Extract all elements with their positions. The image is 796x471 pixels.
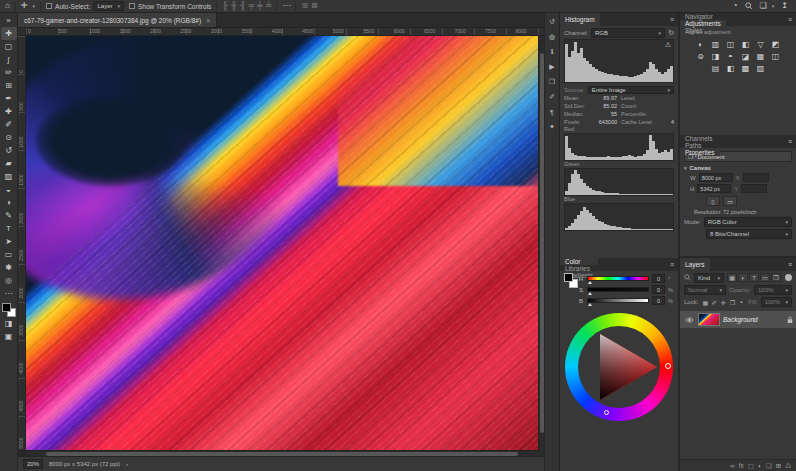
black-white-icon[interactable]: ◨ <box>708 50 723 62</box>
channel-dropdown[interactable]: RGB ▾ <box>591 28 665 38</box>
collapse-tools-icon[interactable]: » <box>1 14 17 27</box>
slider-thumb[interactable] <box>588 281 592 284</box>
zoom-level-field[interactable]: 20% <box>23 459 43 469</box>
document-tab[interactable]: c67-79-gamer-and-creator-1280307384.jpg … <box>18 13 217 27</box>
blend-mode-dropdown[interactable]: Normal ▾ <box>684 285 726 295</box>
tool-preset[interactable]: ✛ ▾ <box>21 2 35 10</box>
snap-icon[interactable]: ⊠ <box>311 2 318 10</box>
exposure-icon[interactable]: ◧ <box>738 38 753 50</box>
history-brush-tool[interactable]: ↺ <box>1 144 17 157</box>
workspace-switcher[interactable]: ❏ ▾ <box>760 2 775 10</box>
tab-channels[interactable]: Channels <box>680 135 720 142</box>
add-mask-icon[interactable]: ▢ <box>748 462 754 470</box>
triangle-selector[interactable] <box>604 410 609 415</box>
color-swatches[interactable] <box>2 303 16 317</box>
color-wheel[interactable] <box>565 313 673 421</box>
layer-effects-icon[interactable]: fx <box>739 462 744 469</box>
layer-filter-dropdown[interactable]: Kind ▾ <box>694 273 724 283</box>
gradient-tool[interactable]: ▨ <box>1 170 17 183</box>
hand-tool[interactable]: ✱ <box>1 261 17 274</box>
opacity-dropdown[interactable]: 100% ▾ <box>754 285 792 295</box>
brightness-slider[interactable] <box>587 298 649 303</box>
show-transform-checkbox[interactable] <box>129 3 135 9</box>
threshold-icon[interactable]: ◧ <box>723 62 738 74</box>
brush-tool[interactable]: ✐ <box>1 118 17 131</box>
hue-ring-selector[interactable] <box>665 363 671 369</box>
layer-thumbnail[interactable] <box>698 313 720 326</box>
portrait-orientation-button[interactable]: ▯ <box>706 196 720 206</box>
healing-brush-tool[interactable]: ✚ <box>1 105 17 118</box>
align-center-v-icon[interactable]: ╪ <box>257 2 263 10</box>
horizontal-ruler[interactable]: 0500100015002000250030003500400045005000… <box>26 28 544 36</box>
panel-menu-icon[interactable]: ≡ <box>666 13 678 26</box>
filter-pixel-layers-icon[interactable]: ▦ <box>727 273 737 282</box>
delete-layer-icon[interactable]: ♺ <box>785 462 791 470</box>
brush-settings-panel-icon[interactable]: ✐ <box>546 92 558 102</box>
tab-adjustments[interactable]: Adjustments <box>680 20 726 27</box>
status-chevron-icon[interactable]: › <box>126 461 128 467</box>
gradient-map-icon[interactable]: ▩ <box>738 62 753 74</box>
landscape-orientation-button[interactable]: ▭ <box>723 196 737 206</box>
fill-dropdown[interactable]: 100% ▾ <box>761 297 792 307</box>
quick-selection-tool[interactable]: ✏ <box>1 66 17 79</box>
lock-all-icon[interactable]: ▪ <box>737 299 745 306</box>
posterize-icon[interactable]: ▤ <box>708 62 723 74</box>
crop-tool[interactable]: ⊞ <box>1 79 17 92</box>
quick-mask-icon[interactable]: ◨ <box>1 317 17 330</box>
paragraph-panel-icon[interactable]: ¶ <box>546 107 558 117</box>
photo-filter-icon[interactable]: ◓ <box>723 50 738 62</box>
hue-slider[interactable] <box>587 276 649 281</box>
info-panel-icon[interactable]: ℹ <box>546 47 558 57</box>
search-icon[interactable] <box>745 2 753 10</box>
channel-mixer-icon[interactable]: ◪ <box>738 50 753 62</box>
close-icon[interactable]: × <box>206 17 210 24</box>
lock-position-icon[interactable]: ✛ <box>719 299 727 306</box>
filter-type-layers-icon[interactable]: T <box>749 273 759 282</box>
filter-shape-layers-icon[interactable]: ▭ <box>760 273 770 282</box>
panel-menu-icon[interactable]: ≡ <box>784 135 796 148</box>
eraser-tool[interactable]: ▰ <box>1 157 17 170</box>
section-collapse-icon[interactable]: ▾ <box>684 165 687 171</box>
x-field[interactable] <box>743 173 769 182</box>
marquee-tool[interactable]: ▢ <box>1 40 17 53</box>
brightness-contrast-icon[interactable]: ◐ <box>693 38 708 50</box>
clone-stamp-tool[interactable]: ⊙ <box>1 131 17 144</box>
align-left-icon[interactable]: ╟ <box>222 2 228 10</box>
new-layer-icon[interactable]: ⊞ <box>776 462 781 470</box>
color-balance-icon[interactable]: ⊜ <box>693 50 708 62</box>
new-group-icon[interactable]: ❏ <box>766 462 772 470</box>
align-center-h-icon[interactable]: ╫ <box>231 2 237 10</box>
slider-thumb[interactable] <box>588 303 592 306</box>
share-icon[interactable]: ↥ <box>781 2 788 10</box>
align-right-icon[interactable]: ╢ <box>240 2 246 10</box>
more-options-icon[interactable]: ⋯ <box>282 2 290 10</box>
shape-tool[interactable]: ▭ <box>1 248 17 261</box>
cached-data-warning-icon[interactable]: ⚠ <box>665 41 671 49</box>
eyedropper-tool[interactable]: ✒ <box>1 92 17 105</box>
filter-toggle[interactable] <box>785 274 792 281</box>
tab-color[interactable]: Color <box>560 258 598 265</box>
glyphs-panel-icon[interactable]: ✦ <box>546 122 558 132</box>
width-field[interactable]: 8000 px <box>699 173 733 182</box>
align-top-icon[interactable]: ╤ <box>248 2 254 10</box>
screen-mode-icon[interactable]: ▣ <box>1 330 17 343</box>
home-icon[interactable]: ⌂ <box>5 2 10 10</box>
slider-thumb[interactable] <box>588 292 592 295</box>
color-lookup-icon[interactable]: ▦ <box>753 50 768 62</box>
color-mode-dropdown[interactable]: RGB Color ▾ <box>704 217 792 227</box>
lasso-tool[interactable]: ʃ <box>1 53 17 66</box>
actions-panel-icon[interactable]: ▶ <box>546 62 558 72</box>
levels-icon[interactable]: ▥ <box>708 38 723 50</box>
new-adjustment-icon[interactable]: ◐ <box>758 462 762 469</box>
filter-adjustment-layers-icon[interactable]: ◐ <box>738 273 748 282</box>
auto-select-checkbox[interactable] <box>46 3 52 9</box>
comments-panel-icon[interactable]: ◍ <box>546 32 558 42</box>
zoom-tool[interactable]: ◎ <box>1 274 17 287</box>
source-dropdown[interactable]: Entire Image ▾ <box>588 86 674 94</box>
panel-menu-icon[interactable]: ≡ <box>666 258 678 271</box>
vertical-ruler[interactable]: 0500100015002000250030003500400045005000 <box>18 36 26 450</box>
tab-layers[interactable]: Layers <box>680 258 710 271</box>
hue-value-field[interactable]: 0 <box>652 274 665 283</box>
move-tool[interactable]: ✛ <box>1 27 17 40</box>
hue-saturation-icon[interactable]: ◩ <box>768 38 783 50</box>
